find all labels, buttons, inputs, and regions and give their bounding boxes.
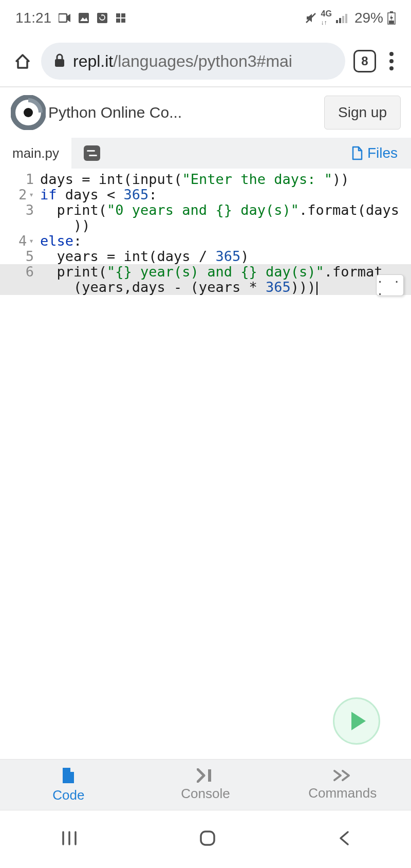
screenshot-icon	[115, 12, 126, 24]
image-icon	[78, 12, 89, 24]
tab-count[interactable]: 8	[353, 50, 376, 72]
code-content: ))	[40, 218, 90, 233]
replit-logo-icon[interactable]	[10, 95, 46, 131]
url-bar[interactable]: repl.it/languages/python3#mai	[41, 43, 345, 80]
play-icon	[351, 712, 366, 730]
gutter: 4▾	[0, 233, 40, 249]
url-path: /languages/python3#mai	[113, 52, 292, 70]
lock-icon	[53, 53, 66, 69]
home-icon[interactable]	[12, 51, 33, 71]
editor-settings-button[interactable]	[78, 139, 106, 168]
code-content: days = int(input("Enter the days: "))	[40, 172, 349, 187]
tab-commands[interactable]: Commands	[274, 760, 411, 810]
browser-menu-icon[interactable]	[384, 52, 399, 70]
android-status-bar: 11:21 4G↓↑ 29%	[0, 0, 411, 36]
code-content: years = int(days / 365)	[40, 249, 249, 264]
battery-icon	[387, 11, 396, 25]
gutter: 3	[0, 202, 40, 218]
code-line: 4▾ else:	[0, 233, 411, 249]
code-file-icon	[61, 767, 76, 784]
url-host: repl.it	[73, 52, 113, 70]
code-line: ))	[0, 218, 411, 233]
code-line: (years,days - (years * 365)))	[0, 280, 411, 295]
code-line: 5 years = int(days / 365)	[0, 249, 411, 264]
gutter: 1	[0, 172, 40, 187]
gutter: 2▾	[0, 187, 40, 202]
mute-icon	[305, 12, 317, 24]
browser-bar: repl.it/languages/python3#mai 8	[0, 36, 411, 87]
svg-rect-10	[342, 16, 344, 23]
code-content: if days < 365:	[40, 187, 157, 202]
url-text: repl.it/languages/python3#mai	[73, 52, 292, 71]
signup-button[interactable]: Sign up	[324, 96, 401, 130]
code-line: 3 print("0 years and {} day(s)".format(d…	[0, 202, 411, 218]
android-nav-bar	[0, 810, 411, 868]
tab-code[interactable]: Code	[0, 760, 137, 810]
svg-point-16	[24, 108, 33, 117]
files-label: Files	[367, 145, 398, 161]
bottom-tabs: Code Console Commands	[0, 759, 411, 810]
svg-rect-2	[97, 13, 107, 23]
code-content: print("0 years and {} day(s)".format(day…	[40, 202, 399, 218]
svg-rect-15	[55, 59, 64, 67]
files-button[interactable]: Files	[346, 145, 403, 161]
app-header: Python Online Co... Sign up	[0, 87, 411, 138]
fold-icon[interactable]: ▾	[29, 236, 34, 246]
code-content: print("{} year(s) and {} day(s)".format	[40, 264, 383, 280]
code-content: (years,days - (years * 365)))	[40, 280, 317, 295]
svg-rect-9	[339, 18, 341, 23]
run-button[interactable]	[333, 697, 380, 745]
refresh-icon	[97, 12, 108, 24]
text-cursor	[316, 282, 317, 295]
code-line: 2▾ if days < 365:	[0, 187, 411, 202]
console-icon	[197, 768, 214, 783]
status-right: 4G↓↑ 29%	[305, 10, 396, 26]
video-icon	[59, 13, 71, 23]
commands-icon	[332, 769, 353, 782]
svg-rect-6	[121, 19, 125, 23]
svg-rect-21	[201, 832, 214, 845]
code-line: 6 print("{} year(s) and {} day(s)".forma…	[0, 264, 411, 280]
tab-console[interactable]: Console	[137, 760, 274, 810]
expand-button[interactable]: . . .	[376, 274, 404, 296]
code-content: else:	[40, 233, 82, 249]
app-title: Python Online Co...	[48, 104, 322, 121]
gutter: 5	[0, 249, 40, 264]
svg-rect-17	[208, 769, 211, 782]
fold-icon[interactable]: ▾	[29, 190, 34, 199]
network-type: 4G↓↑	[321, 10, 332, 26]
svg-rect-5	[116, 19, 120, 23]
svg-rect-14	[389, 21, 394, 24]
signal-icon	[336, 13, 350, 23]
svg-rect-0	[59, 14, 67, 22]
file-icon	[351, 146, 363, 160]
status-time: 11:21	[15, 10, 51, 26]
code-editor[interactable]: 1 days = int(input("Enter the days: ")) …	[0, 169, 411, 298]
svg-rect-4	[121, 13, 125, 17]
gutter: 6	[0, 264, 40, 280]
nav-home-icon[interactable]	[198, 829, 217, 849]
nav-back-icon[interactable]	[337, 829, 351, 849]
svg-rect-3	[116, 13, 120, 17]
svg-rect-1	[79, 13, 89, 23]
code-line: 1 days = int(input("Enter the days: "))	[0, 172, 411, 187]
battery-percent: 29%	[354, 10, 383, 26]
status-left: 11:21	[15, 10, 126, 26]
file-tab-main[interactable]: main.py	[0, 138, 71, 169]
nav-recents-icon[interactable]	[60, 829, 79, 849]
tab-row: main.py Files	[0, 138, 411, 169]
svg-rect-11	[345, 14, 347, 23]
svg-rect-8	[336, 20, 338, 23]
